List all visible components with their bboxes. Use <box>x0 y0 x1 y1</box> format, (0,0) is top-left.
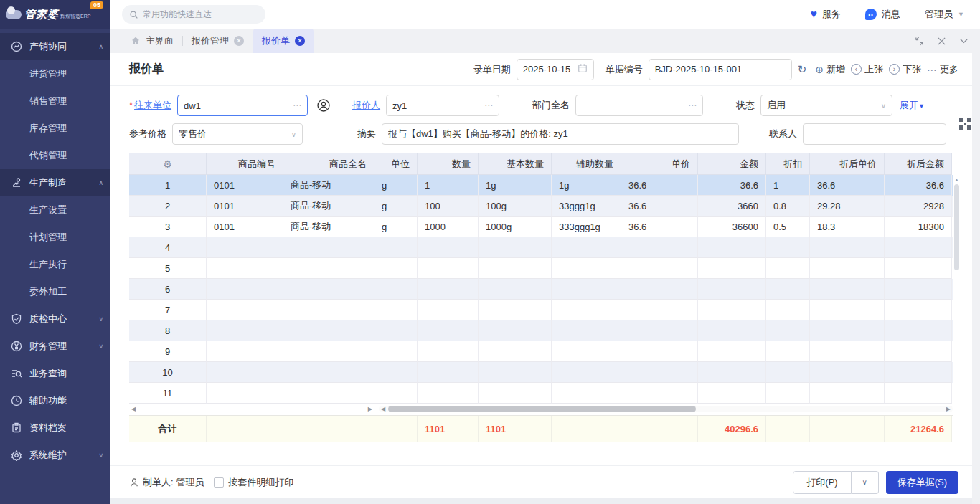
cell[interactable] <box>621 341 698 362</box>
lookup-dots-icon[interactable]: ⋯ <box>293 100 301 110</box>
h-scroll-thumb[interactable] <box>388 406 696 412</box>
window-collapse-icon[interactable] <box>959 37 969 46</box>
cell[interactable] <box>207 320 283 341</box>
cell[interactable] <box>207 383 283 404</box>
cell[interactable] <box>766 279 810 300</box>
cell[interactable] <box>552 237 621 258</box>
column-header[interactable]: 折后金额 <box>885 153 952 175</box>
cell[interactable] <box>552 300 621 320</box>
cell[interactable]: g <box>374 196 418 217</box>
cell[interactable]: 36.6 <box>621 196 698 217</box>
cell[interactable] <box>698 362 766 383</box>
home-tab[interactable]: 主界面 <box>122 29 182 53</box>
summary-input[interactable]: 报与【dw1】购买【商品-移动】的价格: zy1 <box>382 123 739 145</box>
h-scrollbar-fixed[interactable]: ◀ ▶ <box>129 406 374 412</box>
dept-input[interactable]: ⋯ <box>575 95 703 116</box>
save-button[interactable]: 保存单据(S) <box>886 471 958 494</box>
column-header[interactable]: 商品全名 <box>283 153 374 175</box>
qr-code-icon[interactable] <box>959 118 971 130</box>
scroll-right-arrow[interactable]: ▶ <box>368 406 372 412</box>
column-header[interactable]: 折后单价 <box>810 153 885 175</box>
cell[interactable] <box>283 320 374 341</box>
contact-lookup-icon[interactable] <box>316 98 331 113</box>
cell[interactable] <box>207 237 283 258</box>
partner-input[interactable]: dw1⋯ <box>177 95 308 116</box>
cell[interactable] <box>885 362 952 383</box>
tab-quotation-form[interactable]: 报价单 ✕ <box>253 29 314 53</box>
cell[interactable]: 商品-移动 <box>283 196 374 217</box>
cell[interactable]: 1000 <box>418 217 479 237</box>
cell[interactable] <box>418 300 479 320</box>
sidebar-item-库存管理[interactable]: 库存管理 <box>0 115 110 142</box>
scroll-left-arrow[interactable]: ◀ <box>381 406 385 412</box>
cell[interactable] <box>418 362 479 383</box>
cell[interactable]: 商品-移动 <box>283 175 374 196</box>
cell[interactable] <box>418 279 479 300</box>
cell[interactable]: 36.6 <box>698 175 766 196</box>
sidebar-section-4[interactable]: 业务查询 <box>0 360 110 387</box>
refresh-icon[interactable]: ↻ <box>798 63 807 76</box>
cell[interactable]: 29.28 <box>810 196 885 217</box>
cell[interactable] <box>885 383 952 404</box>
price-type-select[interactable]: 零售价∨ <box>172 123 303 145</box>
expand-toggle[interactable]: 展开▼ <box>900 99 925 112</box>
order-date-input[interactable]: 2025-10-15 <box>517 59 594 80</box>
add-button[interactable]: ⊕新增 <box>815 63 845 76</box>
cell[interactable] <box>698 341 766 362</box>
cell[interactable] <box>810 341 885 362</box>
cell[interactable] <box>479 279 552 300</box>
cell[interactable] <box>552 279 621 300</box>
checkbox-icon[interactable] <box>214 477 224 488</box>
next-doc-button[interactable]: ›下张 <box>889 63 921 76</box>
table-row[interactable]: 10101商品-移动g11g1g36.636.6136.636.6 <box>129 175 953 196</box>
cell[interactable] <box>885 320 952 341</box>
column-settings-gear-icon[interactable]: ⚙ <box>129 153 207 175</box>
cell[interactable]: 0.5 <box>766 217 810 237</box>
cell[interactable] <box>810 237 885 258</box>
cell[interactable] <box>552 383 621 404</box>
cell[interactable] <box>479 258 552 279</box>
contact-input[interactable] <box>803 123 946 145</box>
column-header[interactable]: 基本数量 <box>479 153 552 175</box>
partner-label[interactable]: 往来单位 <box>134 100 171 110</box>
cell[interactable] <box>283 258 374 279</box>
cell[interactable] <box>698 258 766 279</box>
scroll-left-arrow[interactable]: ◀ <box>131 406 136 412</box>
sidebar-section-3[interactable]: 财务管理∨ <box>0 333 110 360</box>
cell[interactable]: 0101 <box>207 217 283 237</box>
h-scrollbar-main[interactable]: ◀ ▶ <box>379 406 953 412</box>
cell[interactable] <box>810 383 885 404</box>
status-select[interactable]: 启用∨ <box>760 95 892 116</box>
calendar-icon[interactable] <box>578 63 588 75</box>
sidebar-item-销售管理[interactable]: 销售管理 <box>0 87 110 115</box>
close-icon[interactable]: ✕ <box>234 36 244 46</box>
cell[interactable] <box>766 383 810 404</box>
sidebar-section-6[interactable]: 资料档案 <box>0 414 110 442</box>
cell[interactable] <box>418 237 479 258</box>
print-button[interactable]: 打印(P) <box>793 471 851 494</box>
cell[interactable] <box>283 300 374 320</box>
cell[interactable] <box>479 383 552 404</box>
cell[interactable]: 1 <box>418 175 479 196</box>
cell[interactable]: 3660 <box>698 196 766 217</box>
cell[interactable] <box>698 320 766 341</box>
cell[interactable]: 36.6 <box>885 175 952 196</box>
sidebar-item-生产设置[interactable]: 生产设置 <box>0 196 110 224</box>
cell[interactable]: 1000g <box>479 217 552 237</box>
table-row[interactable]: 10 <box>129 362 953 383</box>
cell[interactable]: 0.8 <box>766 196 810 217</box>
cell[interactable] <box>283 237 374 258</box>
lookup-dots-icon[interactable]: ⋯ <box>688 100 697 110</box>
cell[interactable] <box>479 341 552 362</box>
table-row[interactable]: 7 <box>129 300 953 320</box>
column-header[interactable]: 商品编号 <box>207 153 283 175</box>
cell[interactable] <box>766 362 810 383</box>
cell[interactable] <box>885 279 952 300</box>
table-row[interactable]: 8 <box>129 320 953 341</box>
table-row[interactable]: 30101商品-移动g10001000g333ggg1g36.6366000.5… <box>129 217 953 237</box>
sidebar-item-进货管理[interactable]: 进货管理 <box>0 60 110 87</box>
cell[interactable] <box>810 362 885 383</box>
cell[interactable]: 1 <box>766 175 810 196</box>
cell[interactable]: 100 <box>418 196 479 217</box>
cell[interactable]: 1g <box>552 175 621 196</box>
